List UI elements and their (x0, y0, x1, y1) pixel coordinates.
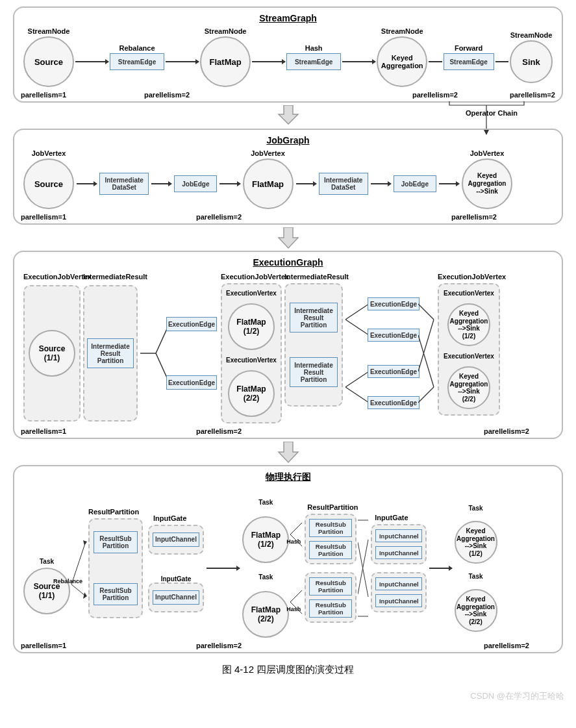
pg-rp-label: ResultPartition (307, 503, 358, 511)
sg-conn (166, 61, 199, 62)
pg-hash-label: Hash (286, 538, 301, 545)
jg-conn (371, 183, 391, 184)
sg-p2b: parellelism=2 (412, 91, 458, 99)
jg-vertex-label: JobVertex (32, 149, 66, 157)
eg-ir-label: IntermediateResult (83, 273, 147, 281)
pg-ig-label2: InputGate (161, 575, 192, 583)
down-arrow-3 (13, 442, 563, 464)
pg-ic-box: InputChannel (153, 590, 199, 605)
pg-rp-label: ResultPartition (88, 508, 139, 516)
sg-sink-node: Sink (510, 40, 553, 83)
sg-keyed-node: Keyed Aggregation (377, 36, 427, 87)
jg-jobedge-box: JobEdge (174, 175, 217, 192)
jg-conn (77, 183, 97, 184)
eg-irp-box: Intermediate Result Partition (290, 357, 338, 387)
sg-conn (342, 61, 375, 62)
eg-p2a: parellelism=2 (196, 427, 242, 435)
pg-conn (429, 568, 451, 569)
streamgraph-title: StreamGraph (21, 13, 555, 23)
jg-ids-box: Intermediate DataSet (319, 173, 368, 195)
svg-line-12 (71, 584, 86, 596)
pg-rsp-group2: ResultSub Partition ResultSub Partition (305, 572, 357, 623)
pg-hash-label: Hash (286, 606, 301, 612)
jg-jobedge-box: JobEdge (394, 175, 436, 192)
eg-fanin (418, 288, 438, 418)
sg-edge-box: StreamEdge (110, 53, 164, 70)
eg-ejv-label: ExecutionJobVertex (438, 273, 506, 281)
eg-source-group: Source (1/1) (23, 285, 81, 421)
svg-line-5 (345, 371, 369, 387)
pg-fm1-node: FlatMap (1/2) (242, 516, 289, 563)
pg-rsp-box: ResultSub Partition (309, 599, 352, 618)
sg-p2a: parellelism=2 (144, 91, 190, 99)
eg-flatmap-group: ExecutionVertex FlatMap (1/2) ExecutionV… (221, 283, 282, 423)
pg-ks1-node: Keyed Aggregation -->Sink (1/2) (455, 521, 497, 564)
jg-conn (439, 183, 459, 184)
pg-ig-group2: InputChannel InputChannel (371, 524, 427, 564)
pg-task-label: Task (258, 499, 273, 506)
jg-p2a: parellelism=2 (196, 213, 242, 221)
eg-ee-box: ExecutionEdge (166, 317, 217, 331)
svg-line-19 (358, 540, 368, 594)
sg-node-label: StreamNode (28, 27, 70, 35)
svg-line-15 (290, 590, 302, 602)
pg-cross (358, 503, 369, 633)
eg-ee-box: ExecutionEdge (368, 396, 419, 409)
pg-rsp-box: ResultSub Partition (94, 583, 138, 605)
jg-conn (296, 183, 316, 184)
eg-ks2-node: Keyed Aggregation -->Sink (2/2) (447, 366, 490, 409)
eg-ir-group: Intermediate Result Partition (83, 285, 138, 421)
pg-ig-group: InputChannel (148, 583, 204, 612)
pg-p2b: parellelism=2 (484, 642, 529, 649)
eg-ee-box: ExecutionEdge (166, 375, 217, 390)
sg-edge-box: StreamEdge (286, 53, 341, 70)
eg-ir-group2: Intermediate Result Partition Intermedia… (284, 283, 343, 407)
jg-p1: parellelism=1 (21, 213, 66, 221)
jg-ids-box: Intermediate DataSet (99, 173, 149, 195)
jobgraph-title: JobGraph (21, 135, 555, 145)
sg-node-label: StreamNode (510, 31, 553, 39)
jg-vertex-label: JobVertex (470, 149, 505, 157)
eg-fm2-node: FlatMap (2/2) (228, 370, 275, 417)
pg-p2a: parellelism=2 (196, 642, 242, 649)
svg-line-3 (345, 304, 369, 320)
jg-source-node: Source (23, 158, 74, 209)
execgraph-title: ExecutionGraph (21, 257, 555, 268)
pg-ic-box: InputChannel (375, 577, 422, 590)
sg-forward-label: Forward (455, 44, 482, 52)
down-arrow-2 (13, 227, 563, 249)
sg-p2c: parellelism=2 (510, 91, 555, 99)
sg-source-node: Source (23, 36, 74, 87)
eg-fm1-node: FlatMap (1/2) (228, 303, 275, 350)
svg-line-7 (418, 304, 434, 320)
jobgraph-panel: JobGraph JobVertex Source Intermediate D… (13, 129, 563, 225)
eg-ee-box: ExecutionEdge (368, 329, 419, 342)
pg-rsp-box: ResultSub Partition (309, 541, 352, 559)
eg-p1: parellelism=1 (21, 427, 66, 435)
sg-source-col: StreamNode Source (23, 36, 74, 87)
sg-node-label: StreamNode (205, 27, 247, 35)
sg-p1: parellelism=1 (21, 91, 66, 99)
sg-node-label: StreamNode (381, 27, 423, 35)
eg-ee-box: ExecutionEdge (368, 365, 419, 378)
pg-rsp-group: ResultSub Partition ResultSub Partition (88, 518, 143, 618)
sg-flatmap-node: FlatMap (200, 36, 251, 87)
pg-ic-box: InputChannel (153, 533, 199, 547)
eg-ee-box: ExecutionEdge (368, 297, 419, 310)
svg-line-9 (418, 335, 434, 387)
pg-hashfan (290, 503, 303, 633)
sg-rebalance-label: Rebalance (119, 44, 155, 52)
jg-conn (151, 183, 171, 184)
svg-line-8 (418, 320, 434, 371)
physgraph-panel: 物理执行图 Task Source (1/1) Rebalance Result… (13, 465, 563, 653)
eg-p2b: parellelism=2 (484, 427, 529, 435)
pg-p1: parellelism=1 (21, 642, 66, 649)
eg-ks1-node: Keyed Aggregation -->Sink (1/2) (447, 303, 490, 346)
sg-conn (429, 61, 442, 62)
eg-ev-label: ExecutionVertex (226, 357, 277, 364)
pg-srcfan (71, 520, 87, 617)
pg-rebalance-label: Rebalance (53, 578, 82, 584)
streamgraph-panel: StreamGraph StreamNode Source Rebalance … (13, 6, 563, 103)
pg-ic-box: InputChannel (375, 594, 422, 607)
eg-ev-label: ExecutionVertex (226, 290, 277, 297)
